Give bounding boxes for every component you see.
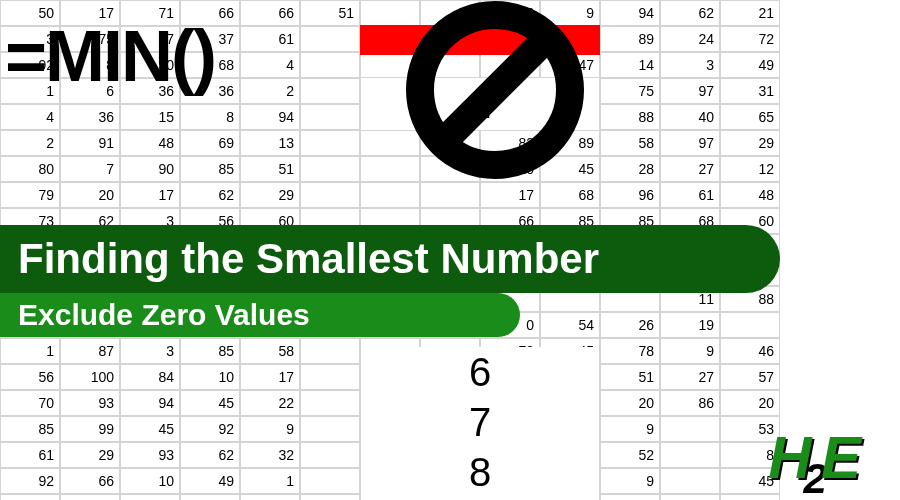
grid-cell: 54 — [540, 312, 600, 338]
grid-cell: 29 — [60, 442, 120, 468]
grid-cell: 62 — [180, 442, 240, 468]
grid-cell — [300, 104, 360, 130]
grid-cell — [300, 364, 360, 390]
grid-cell: 10 — [180, 364, 240, 390]
subtitle-text: Exclude Zero Values — [18, 298, 310, 332]
grid-cell: 62 — [180, 182, 240, 208]
grid-cell: 28 — [600, 156, 660, 182]
grid-cell: 79 — [0, 182, 60, 208]
grid-cell: 85 — [180, 338, 240, 364]
grid-cell: 89 — [600, 26, 660, 52]
grid-cell: 9 — [600, 416, 660, 442]
grid-cell: 94 — [240, 104, 300, 130]
grid-cell: 7 — [60, 156, 120, 182]
grid-cell — [720, 312, 780, 338]
grid-cell: 69 — [180, 130, 240, 156]
grid-cell: 45 — [180, 390, 240, 416]
grid-cell: 26 — [600, 312, 660, 338]
grid-cell — [300, 468, 360, 494]
grid-cell: 2 — [240, 78, 300, 104]
grid-cell — [300, 130, 360, 156]
grid-cell: 14 — [600, 52, 660, 78]
grid-cell: 49 — [180, 468, 240, 494]
grid-cell: 13 — [240, 130, 300, 156]
grid-cell: 92 — [0, 468, 60, 494]
grid-cell — [300, 442, 360, 468]
title-text: Finding the Smallest Number — [18, 235, 599, 283]
grid-cell: 86 — [180, 494, 240, 500]
grid-cell: 8 — [180, 104, 240, 130]
grid-cell: 9 — [660, 338, 720, 364]
grid-cell: 49 — [720, 52, 780, 78]
title-banner: Finding the Smallest Number — [0, 225, 780, 293]
grid-cell: 61 — [660, 182, 720, 208]
grid-cell: 20 — [720, 390, 780, 416]
grid-cell: 92 — [180, 416, 240, 442]
center-number-7: 7 — [360, 397, 600, 447]
formula-overlay: =MIN() — [5, 15, 215, 97]
subtitle-banner: Exclude Zero Values — [0, 293, 520, 337]
grid-cell: 15 — [120, 104, 180, 130]
grid-cell: 78 — [600, 338, 660, 364]
grid-cell — [420, 182, 480, 208]
grid-cell: 68 — [540, 182, 600, 208]
h2e-logo: H2E — [768, 423, 875, 492]
grid-cell: 22 — [240, 390, 300, 416]
grid-cell: 17 — [480, 182, 540, 208]
grid-cell: 1 — [240, 468, 300, 494]
grid-cell: 17 — [240, 364, 300, 390]
grid-cell: 66 — [240, 0, 300, 26]
grid-cell: 32 — [240, 442, 300, 468]
grid-cell — [660, 416, 720, 442]
grid-cell: 3 — [120, 338, 180, 364]
grid-cell: 75 — [600, 78, 660, 104]
grid-cell: 40 — [660, 104, 720, 130]
grid-cell: 48 — [720, 182, 780, 208]
grid-cell: 51 — [300, 0, 360, 26]
grid-cell: 24 — [660, 26, 720, 52]
grid-cell: 27 — [660, 156, 720, 182]
grid-cell: 51 — [240, 156, 300, 182]
grid-cell: 7 — [60, 494, 120, 500]
grid-cell: 17 — [120, 182, 180, 208]
grid-cell: 9 — [240, 416, 300, 442]
grid-cell — [660, 468, 720, 494]
grid-cell: 4 — [0, 104, 60, 130]
grid-cell: 80 — [0, 156, 60, 182]
grid-cell: 12 — [720, 156, 780, 182]
grid-cell: 100 — [60, 364, 120, 390]
grid-cell: 88 — [600, 104, 660, 130]
logo-e: E — [821, 424, 861, 491]
grid-cell: 6 — [240, 494, 300, 500]
grid-cell: 96 — [600, 182, 660, 208]
grid-cell: 56 — [0, 364, 60, 390]
grid-cell — [300, 156, 360, 182]
grid-cell: 70 — [0, 390, 60, 416]
grid-cell — [300, 78, 360, 104]
grid-cell — [360, 182, 420, 208]
grid-cell: 53 — [600, 494, 660, 500]
grid-cell — [300, 416, 360, 442]
svg-line-1 — [445, 40, 545, 140]
grid-cell: 72 — [720, 26, 780, 52]
grid-cell: 94 — [120, 390, 180, 416]
grid-cell — [300, 494, 360, 500]
center-number-6: 6 — [360, 347, 600, 397]
grid-cell: 99 — [60, 416, 120, 442]
grid-cell: 45 — [120, 416, 180, 442]
grid-cell: 10 — [120, 468, 180, 494]
grid-cell — [300, 26, 360, 52]
grid-cell: 87 — [60, 338, 120, 364]
grid-cell: 20 — [600, 390, 660, 416]
grid-cell: 61 — [240, 26, 300, 52]
prohibit-icon — [405, 0, 585, 180]
grid-cell: 58 — [240, 338, 300, 364]
grid-cell: 20 — [60, 182, 120, 208]
grid-cell: 4 — [240, 52, 300, 78]
grid-cell — [660, 494, 720, 500]
grid-cell — [300, 338, 360, 364]
grid-cell: 1 — [0, 338, 60, 364]
grid-cell: 93 — [120, 442, 180, 468]
center-number-8: 8 — [360, 447, 600, 497]
grid-cell: 21 — [720, 0, 780, 26]
